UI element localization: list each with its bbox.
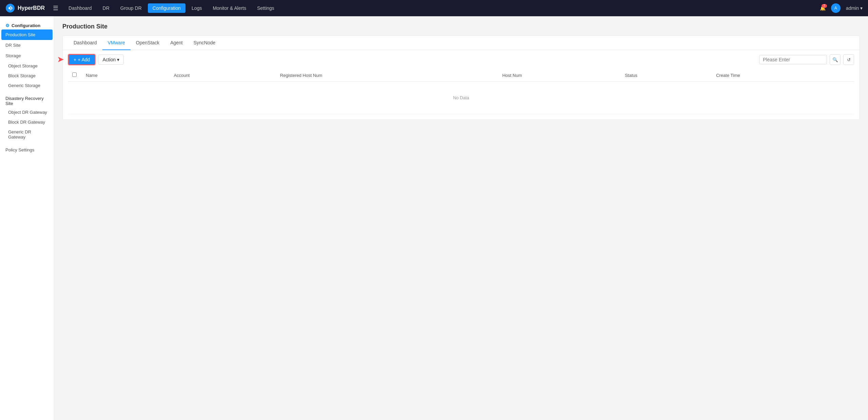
sidebar-item-block-storage[interactable]: Block Storage (0, 71, 54, 81)
col-account: Account (170, 69, 276, 82)
col-registered-host-num: Registered Host Num (276, 69, 498, 82)
notifications-badge: 7 (822, 4, 827, 8)
content-card: Dashboard VMware OpenStack Agent SyncNod… (62, 36, 860, 120)
sidebar-item-production-site[interactable]: Production Site (1, 29, 53, 40)
user-menu[interactable]: admin ▾ (846, 5, 863, 11)
sidebar-item-disaster-recovery: Disastery Recovery Site (0, 93, 54, 107)
action-chevron-icon: ▾ (117, 57, 119, 62)
table-container: Name Account Registered Host Num Host Nu… (63, 69, 860, 120)
annotation-arrow: ➤ (57, 55, 63, 64)
nav-configuration[interactable]: Configuration (148, 3, 185, 13)
main-content: Production Site Dashboard VMware OpenSta… (54, 16, 868, 420)
search-button[interactable]: 🔍 (830, 54, 841, 65)
page-title: Production Site (62, 23, 860, 30)
app-name: HyperBDR (18, 5, 45, 11)
search-icon: 🔍 (832, 57, 838, 62)
app-logo[interactable]: HyperBDR (5, 3, 45, 13)
sidebar-item-object-dr-gateway[interactable]: Object DR Gateway (0, 107, 54, 117)
tab-syncnode[interactable]: SyncNode (188, 36, 221, 50)
nav-right: 🔔 7 A admin ▾ (820, 3, 863, 13)
notifications-bell[interactable]: 🔔 7 (820, 5, 826, 11)
add-icon: + (74, 57, 76, 62)
chevron-down-icon: ▾ (860, 5, 863, 11)
tab-openstack[interactable]: OpenStack (131, 36, 165, 50)
sidebar-object-dr-label: Object DR Gateway (8, 110, 47, 115)
sidebar-object-storage-label: Object Storage (8, 63, 38, 68)
toolbar-right: 🔍 ↺ (759, 54, 854, 65)
select-all-checkbox[interactable] (72, 72, 77, 77)
sidebar-block-dr-label: Block DR Gateway (8, 120, 45, 125)
tab-agent[interactable]: Agent (165, 36, 188, 50)
config-icon: ⚙ (5, 23, 9, 28)
sidebar-generic-storage-label: Generic Storage (8, 83, 40, 88)
sidebar-item-generic-dr-gateway[interactable]: Generic DR Gateway (0, 127, 54, 142)
user-label: admin (846, 5, 859, 11)
table-header-row: Name Account Registered Host Num Host Nu… (68, 69, 854, 82)
sidebar: ⚙ Configuration Production Site DR Site … (0, 16, 54, 420)
sidebar-generic-dr-label: Generic DR Gateway (8, 129, 31, 140)
data-table: Name Account Registered Host Num Host Nu… (68, 69, 854, 114)
sidebar-item-object-storage[interactable]: Object Storage (0, 61, 54, 71)
add-label: + Add (78, 57, 90, 62)
topnav: HyperBDR ☰ Dashboard DR Group DR Configu… (0, 0, 868, 16)
col-create-time: Create Time (712, 69, 854, 82)
sidebar-block-storage-label: Block Storage (8, 73, 36, 78)
nav-dashboard[interactable]: Dashboard (64, 3, 97, 13)
search-input[interactable] (759, 55, 827, 64)
action-button[interactable]: Action ▾ (98, 55, 124, 65)
toolbar-left: ➤ + + Add Action ▾ (68, 54, 124, 65)
refresh-icon: ↺ (847, 57, 851, 62)
toolbar: ➤ + + Add Action ▾ 🔍 (63, 50, 860, 69)
col-status: Status (621, 69, 712, 82)
tab-vmware[interactable]: VMware (102, 36, 131, 50)
sidebar-dr-label: Disastery Recovery Site (5, 96, 44, 106)
sidebar-storage-label: Storage (5, 53, 21, 58)
sidebar-policy-label: Policy Settings (5, 147, 34, 152)
sidebar-section-title: ⚙ Configuration (0, 20, 54, 29)
sidebar-item-block-dr-gateway[interactable]: Block DR Gateway (0, 117, 54, 127)
nav-logs[interactable]: Logs (187, 3, 206, 13)
table-header: Name Account Registered Host Num Host Nu… (68, 69, 854, 82)
tabs: Dashboard VMware OpenStack Agent SyncNod… (63, 36, 860, 50)
nav-dr[interactable]: DR (98, 3, 114, 13)
action-label: Action (102, 57, 116, 62)
hamburger-icon[interactable]: ☰ (53, 4, 58, 12)
add-button-container: ➤ + + Add (68, 54, 95, 65)
nav-links: Dashboard DR Group DR Configuration Logs… (64, 3, 820, 13)
sidebar-item-dr-site[interactable]: DR Site (0, 40, 54, 50)
col-name: Name (82, 69, 170, 82)
table-row: No Data (68, 82, 854, 114)
user-avatar[interactable]: A (831, 3, 841, 13)
select-all-header[interactable] (68, 69, 82, 82)
col-host-num: Host Num (498, 69, 621, 82)
sidebar-item-storage[interactable]: Storage (0, 50, 54, 61)
no-data-message: No Data (68, 82, 854, 114)
add-button[interactable]: + + Add (68, 54, 95, 65)
sidebar-item-generic-storage[interactable]: Generic Storage (0, 81, 54, 90)
sidebar-production-site-label: Production Site (5, 32, 35, 37)
logo-icon (5, 3, 15, 13)
nav-group-dr[interactable]: Group DR (116, 3, 146, 13)
nav-monitor-alerts[interactable]: Monitor & Alerts (208, 3, 251, 13)
table-body: No Data (68, 82, 854, 114)
sidebar-item-policy-settings[interactable]: Policy Settings (0, 145, 54, 155)
layout: ⚙ Configuration Production Site DR Site … (0, 16, 868, 420)
sidebar-section-label: Configuration (12, 23, 40, 28)
refresh-button[interactable]: ↺ (843, 54, 854, 65)
nav-settings[interactable]: Settings (252, 3, 279, 13)
sidebar-dr-site-label: DR Site (5, 43, 21, 48)
tab-dashboard[interactable]: Dashboard (68, 36, 102, 50)
